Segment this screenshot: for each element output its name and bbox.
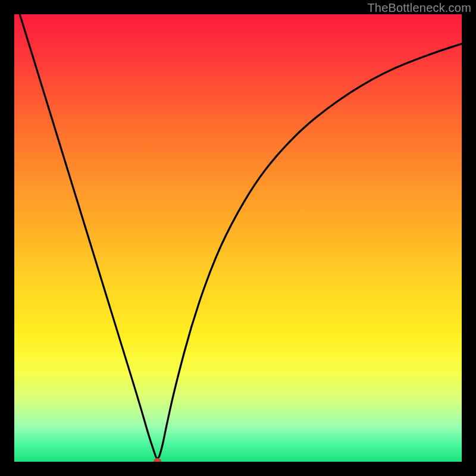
bottleneck-curve [14,14,462,462]
minimum-marker-icon [154,458,161,462]
watermark-label: TheBottleneck.com [367,1,471,15]
chart-frame [14,14,462,462]
